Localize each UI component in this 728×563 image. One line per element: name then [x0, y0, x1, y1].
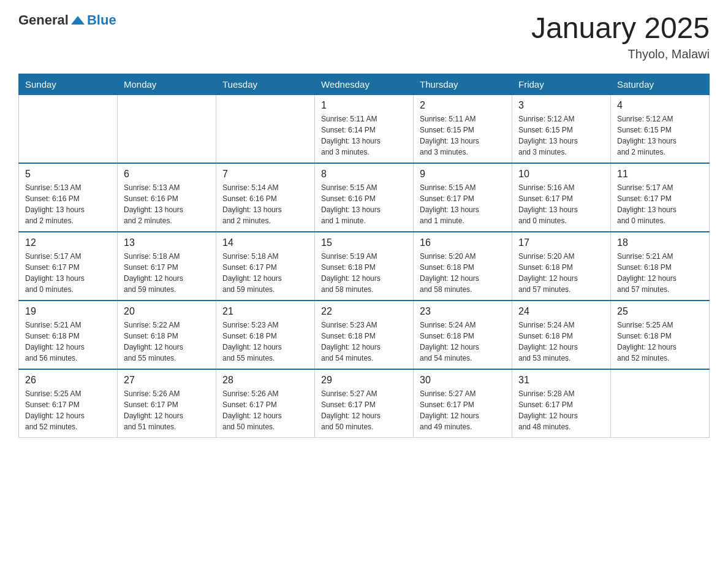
day-number: 26	[25, 375, 111, 386]
calendar-cell: 25Sunrise: 5:25 AM Sunset: 6:18 PM Dayli…	[611, 301, 710, 369]
day-info: Sunrise: 5:24 AM Sunset: 6:18 PM Dayligh…	[518, 320, 604, 364]
day-info: Sunrise: 5:22 AM Sunset: 6:18 PM Dayligh…	[124, 320, 210, 364]
calendar-cell: 21Sunrise: 5:23 AM Sunset: 6:18 PM Dayli…	[216, 301, 315, 369]
calendar-cell	[19, 94, 118, 163]
day-number: 22	[321, 306, 407, 317]
day-number: 7	[222, 169, 308, 180]
day-number: 8	[321, 169, 407, 180]
day-number: 30	[420, 375, 506, 386]
day-info: Sunrise: 5:13 AM Sunset: 6:16 PM Dayligh…	[25, 182, 111, 226]
day-number: 1	[321, 100, 407, 111]
day-info: Sunrise: 5:15 AM Sunset: 6:17 PM Dayligh…	[420, 182, 506, 226]
day-info: Sunrise: 5:25 AM Sunset: 6:18 PM Dayligh…	[617, 320, 703, 364]
day-number: 6	[124, 169, 210, 180]
calendar-cell: 31Sunrise: 5:28 AM Sunset: 6:17 PM Dayli…	[512, 369, 611, 438]
calendar-cell: 16Sunrise: 5:20 AM Sunset: 6:18 PM Dayli…	[414, 232, 512, 301]
col-header-tuesday: Tuesday	[216, 74, 315, 94]
calendar-cell: 9Sunrise: 5:15 AM Sunset: 6:17 PM Daylig…	[414, 163, 512, 232]
day-number: 29	[321, 375, 407, 386]
day-info: Sunrise: 5:18 AM Sunset: 6:17 PM Dayligh…	[124, 251, 210, 295]
calendar-cell: 15Sunrise: 5:19 AM Sunset: 6:18 PM Dayli…	[315, 232, 414, 301]
page-header: General Blue January 2025 Thyolo, Malawi	[18, 12, 710, 61]
day-info: Sunrise: 5:23 AM Sunset: 6:18 PM Dayligh…	[222, 320, 308, 364]
svg-marker-0	[71, 16, 85, 25]
day-number: 19	[25, 306, 111, 317]
day-info: Sunrise: 5:15 AM Sunset: 6:16 PM Dayligh…	[321, 182, 407, 226]
col-header-saturday: Saturday	[611, 74, 710, 94]
logo-blue: Blue	[87, 12, 116, 28]
day-info: Sunrise: 5:27 AM Sunset: 6:17 PM Dayligh…	[420, 388, 506, 432]
calendar-cell: 6Sunrise: 5:13 AM Sunset: 6:16 PM Daylig…	[118, 163, 216, 232]
calendar-cell: 24Sunrise: 5:24 AM Sunset: 6:18 PM Dayli…	[512, 301, 611, 369]
calendar-cell: 10Sunrise: 5:16 AM Sunset: 6:17 PM Dayli…	[512, 163, 611, 232]
day-info: Sunrise: 5:20 AM Sunset: 6:18 PM Dayligh…	[420, 251, 506, 295]
calendar-title: January 2025	[531, 12, 710, 45]
col-header-sunday: Sunday	[19, 74, 118, 94]
day-info: Sunrise: 5:14 AM Sunset: 6:16 PM Dayligh…	[222, 182, 308, 226]
title-section: January 2025 Thyolo, Malawi	[531, 12, 710, 61]
day-info: Sunrise: 5:16 AM Sunset: 6:17 PM Dayligh…	[518, 182, 604, 226]
day-info: Sunrise: 5:19 AM Sunset: 6:18 PM Dayligh…	[321, 251, 407, 295]
day-number: 16	[420, 237, 506, 248]
calendar-cell: 28Sunrise: 5:26 AM Sunset: 6:17 PM Dayli…	[216, 369, 315, 438]
day-number: 9	[420, 169, 506, 180]
day-number: 25	[617, 306, 703, 317]
day-number: 14	[222, 237, 308, 248]
calendar-cell: 13Sunrise: 5:18 AM Sunset: 6:17 PM Dayli…	[118, 232, 216, 301]
col-header-wednesday: Wednesday	[315, 74, 414, 94]
day-info: Sunrise: 5:24 AM Sunset: 6:18 PM Dayligh…	[420, 320, 506, 364]
day-number: 12	[25, 237, 111, 248]
day-info: Sunrise: 5:27 AM Sunset: 6:17 PM Dayligh…	[321, 388, 407, 432]
day-number: 20	[124, 306, 210, 317]
day-number: 21	[222, 306, 308, 317]
day-number: 23	[420, 306, 506, 317]
calendar-cell: 14Sunrise: 5:18 AM Sunset: 6:17 PM Dayli…	[216, 232, 315, 301]
calendar-cell: 18Sunrise: 5:21 AM Sunset: 6:18 PM Dayli…	[611, 232, 710, 301]
day-number: 28	[222, 375, 308, 386]
calendar-cell	[118, 94, 216, 163]
logo-general: General	[18, 12, 69, 28]
day-info: Sunrise: 5:12 AM Sunset: 6:15 PM Dayligh…	[617, 113, 703, 158]
day-number: 4	[617, 100, 703, 111]
calendar-cell: 12Sunrise: 5:17 AM Sunset: 6:17 PM Dayli…	[19, 232, 118, 301]
day-info: Sunrise: 5:17 AM Sunset: 6:17 PM Dayligh…	[25, 251, 111, 295]
day-info: Sunrise: 5:11 AM Sunset: 6:15 PM Dayligh…	[420, 113, 506, 158]
day-number: 31	[518, 375, 604, 386]
calendar-cell: 30Sunrise: 5:27 AM Sunset: 6:17 PM Dayli…	[414, 369, 512, 438]
day-info: Sunrise: 5:23 AM Sunset: 6:18 PM Dayligh…	[321, 320, 407, 364]
calendar-cell: 19Sunrise: 5:21 AM Sunset: 6:18 PM Dayli…	[19, 301, 118, 369]
day-info: Sunrise: 5:26 AM Sunset: 6:17 PM Dayligh…	[124, 388, 210, 432]
day-info: Sunrise: 5:12 AM Sunset: 6:15 PM Dayligh…	[518, 113, 604, 158]
logo: General Blue	[18, 12, 116, 28]
day-info: Sunrise: 5:28 AM Sunset: 6:17 PM Dayligh…	[518, 388, 604, 432]
day-number: 24	[518, 306, 604, 317]
day-info: Sunrise: 5:20 AM Sunset: 6:18 PM Dayligh…	[518, 251, 604, 295]
calendar-cell: 2Sunrise: 5:11 AM Sunset: 6:15 PM Daylig…	[414, 94, 512, 163]
calendar-cell: 22Sunrise: 5:23 AM Sunset: 6:18 PM Dayli…	[315, 301, 414, 369]
day-number: 15	[321, 237, 407, 248]
calendar-cell: 4Sunrise: 5:12 AM Sunset: 6:15 PM Daylig…	[611, 94, 710, 163]
calendar-cell	[216, 94, 315, 163]
day-number: 17	[518, 237, 604, 248]
day-number: 18	[617, 237, 703, 248]
day-number: 11	[617, 169, 703, 180]
day-number: 13	[124, 237, 210, 248]
calendar-cell	[611, 369, 710, 438]
calendar-cell: 20Sunrise: 5:22 AM Sunset: 6:18 PM Dayli…	[118, 301, 216, 369]
day-info: Sunrise: 5:21 AM Sunset: 6:18 PM Dayligh…	[25, 320, 111, 364]
day-info: Sunrise: 5:13 AM Sunset: 6:16 PM Dayligh…	[124, 182, 210, 226]
day-number: 10	[518, 169, 604, 180]
day-info: Sunrise: 5:21 AM Sunset: 6:18 PM Dayligh…	[617, 251, 703, 295]
day-number: 5	[25, 169, 111, 180]
calendar-cell: 23Sunrise: 5:24 AM Sunset: 6:18 PM Dayli…	[414, 301, 512, 369]
calendar-table: SundayMondayTuesdayWednesdayThursdayFrid…	[18, 74, 710, 438]
day-number: 2	[420, 100, 506, 111]
calendar-subtitle: Thyolo, Malawi	[531, 47, 710, 61]
calendar-cell: 17Sunrise: 5:20 AM Sunset: 6:18 PM Dayli…	[512, 232, 611, 301]
calendar-cell: 26Sunrise: 5:25 AM Sunset: 6:17 PM Dayli…	[19, 369, 118, 438]
calendar-cell: 29Sunrise: 5:27 AM Sunset: 6:17 PM Dayli…	[315, 369, 414, 438]
calendar-cell: 5Sunrise: 5:13 AM Sunset: 6:16 PM Daylig…	[19, 163, 118, 232]
col-header-monday: Monday	[118, 74, 216, 94]
calendar-cell: 3Sunrise: 5:12 AM Sunset: 6:15 PM Daylig…	[512, 94, 611, 163]
logo-triangle-icon	[71, 13, 85, 27]
